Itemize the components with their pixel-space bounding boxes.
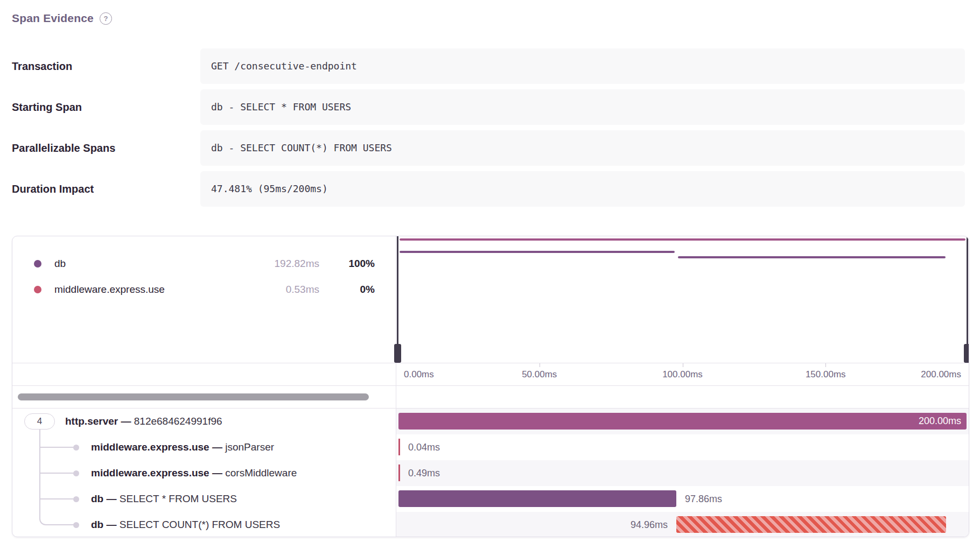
trace-minimap[interactable] [396, 236, 969, 363]
evidence-value: db - SELECT * FROM USERS [200, 89, 965, 125]
span-duration-label: 0.49ms [408, 460, 440, 486]
span-rows: 4 http.server — 812e684624991f96 200.00m… [12, 409, 969, 537]
span-duration-cell: 94.96ms [396, 512, 969, 537]
legend-percent: 100% [325, 251, 375, 277]
span-row-corsmiddleware[interactable]: middleware.express.use — corsMiddleware … [12, 460, 969, 486]
span-title: db — SELECT COUNT(*) FROM USERS [91, 512, 280, 537]
span-bar-db-count-affected[interactable] [676, 516, 946, 533]
span-title: db — SELECT * FROM USERS [91, 486, 237, 512]
span-duration-label: 200.00ms [919, 413, 961, 430]
evidence-value: GET /consecutive-endpoint [200, 48, 965, 84]
span-children-count-badge[interactable]: 4 [24, 413, 55, 430]
span-row-jsonparser[interactable]: middleware.express.use — jsonParser 0.04… [12, 434, 969, 460]
evidence-row-transaction: Transaction GET /consecutive-endpoint [0, 48, 980, 84]
span-title: middleware.express.use — corsMiddleware [91, 460, 297, 486]
evidence-row-starting-span: Starting Span db - SELECT * FROM USERS [0, 89, 980, 125]
minimap-span-db-count [678, 256, 946, 258]
help-icon[interactable]: ? [100, 12, 112, 25]
span-evidence-page: Span Evidence ? Transaction GET /consecu… [0, 0, 980, 549]
minimap-span-http-server [400, 238, 965, 241]
minimap-left-drag-handle[interactable] [394, 344, 401, 363]
span-op: db — [91, 519, 117, 530]
time-axis-ticks: 0.00ms 50.00ms 100.00ms 150.00ms 200.00m… [396, 363, 969, 385]
span-bar-corsmiddleware[interactable] [398, 464, 400, 481]
legend-duration: 0.53ms [185, 277, 319, 302]
span-duration-cell: 97.86ms [396, 486, 969, 512]
evidence-row-duration-impact: Duration Impact 47.481% (95ms/200ms) [0, 171, 980, 207]
span-duration-cell: 200.00ms [396, 409, 969, 434]
span-description: 812e684624991f96 [134, 416, 222, 427]
axis-label-150ms: 150.00ms [806, 363, 846, 385]
axis-label-0ms: 0.00ms [404, 363, 434, 385]
evidence-label: Starting Span [12, 89, 82, 125]
page-title-row: Span Evidence ? [12, 10, 112, 27]
page-title: Span Evidence [12, 12, 94, 25]
span-op: middleware.express.use — [91, 467, 222, 478]
evidence-label: Parallelizable Spans [12, 130, 115, 166]
legend-item-db: db 192.82ms 100% [12, 251, 396, 277]
legend-dot-db [34, 260, 41, 268]
span-row-http-server[interactable]: 4 http.server — 812e684624991f96 200.00m… [12, 409, 969, 434]
span-duration-label: 94.96ms [396, 512, 668, 537]
tree-scrollbar-track[interactable] [12, 385, 969, 409]
axis-label-50ms: 50.00ms [522, 363, 557, 385]
span-waterfall-panel: db 192.82ms 100% middleware.express.use … [12, 236, 969, 537]
axis-label-100ms: 100.00ms [662, 363, 703, 385]
tree-scrollbar-thumb[interactable] [18, 393, 369, 400]
span-duration-label: 97.86ms [685, 486, 722, 512]
evidence-row-parallelizable-spans: Parallelizable Spans db - SELECT COUNT(*… [0, 130, 980, 166]
span-row-db-select[interactable]: db — SELECT * FROM USERS 97.86ms [12, 486, 969, 512]
span-bar-http-server[interactable]: 200.00ms [398, 413, 967, 430]
span-description: jsonParser [225, 441, 274, 453]
evidence-value: 47.481% (95ms/200ms) [200, 171, 965, 207]
span-duration-cell: 0.04ms [396, 434, 969, 460]
span-title: http.server — 812e684624991f96 [65, 409, 222, 434]
span-description: SELECT * FROM USERS [120, 493, 237, 504]
span-row-db-count[interactable]: db — SELECT COUNT(*) FROM USERS 94.96ms [12, 512, 969, 537]
minimap-span-db-select [400, 251, 675, 253]
span-op: http.server — [65, 416, 131, 427]
legend-dot-middleware [34, 286, 41, 293]
span-bar-db-select[interactable] [398, 490, 676, 507]
time-axis: 0.00ms 50.00ms 100.00ms 150.00ms 200.00m… [12, 363, 969, 385]
span-description: corsMiddleware [225, 467, 297, 478]
span-op: db — [91, 493, 117, 504]
pane-divider [396, 236, 396, 537]
span-title: middleware.express.use — jsonParser [91, 434, 274, 460]
legend-name: db [54, 251, 66, 277]
legend-duration: 192.82ms [185, 251, 319, 277]
legend-item-middleware: middleware.express.use 0.53ms 0% [12, 277, 396, 302]
span-duration-label: 0.04ms [408, 434, 440, 460]
evidence-label: Transaction [12, 48, 72, 84]
span-op: middleware.express.use — [91, 441, 222, 453]
evidence-label: Duration Impact [12, 171, 94, 207]
legend-percent: 0% [325, 277, 375, 302]
span-description: SELECT COUNT(*) FROM USERS [120, 519, 280, 530]
evidence-value: db - SELECT COUNT(*) FROM USERS [200, 130, 965, 166]
span-duration-cell: 0.49ms [396, 460, 969, 486]
span-bar-jsonparser[interactable] [398, 439, 400, 455]
axis-label-200ms: 200.00ms [921, 363, 961, 385]
minimap-right-drag-handle[interactable] [964, 344, 969, 363]
legend-name: middleware.express.use [54, 277, 165, 302]
